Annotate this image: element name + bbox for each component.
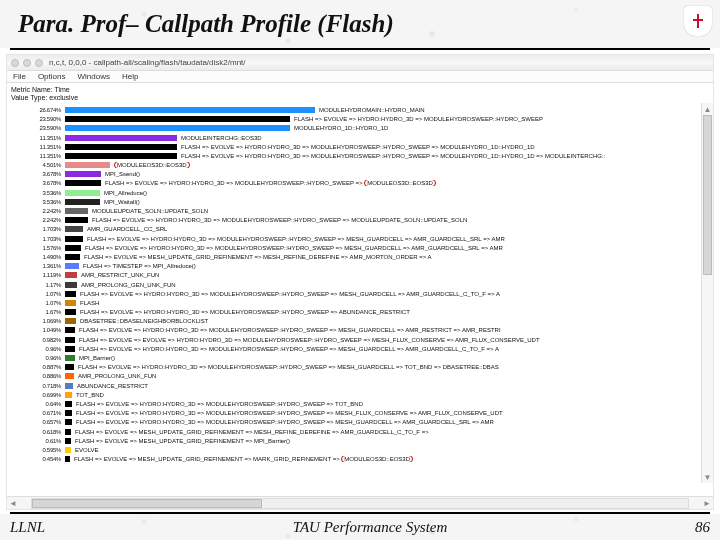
profile-row[interactable]: 3.678%FLASH => EVOLVE => HYDRO:HYDRO_3D … bbox=[11, 179, 709, 188]
menu-file[interactable]: File bbox=[13, 72, 26, 81]
row-percent: 11.351% bbox=[11, 144, 65, 150]
row-bar bbox=[65, 318, 76, 324]
row-percent: 1.361% bbox=[11, 263, 65, 269]
scrollbar-thumb-h[interactable] bbox=[32, 499, 262, 508]
scrollbar-thumb-v[interactable] bbox=[703, 115, 712, 275]
scrollbar-horizontal[interactable]: ◄ ► bbox=[7, 496, 713, 509]
row-bar bbox=[65, 300, 76, 306]
chevron-down-icon[interactable]: ▼ bbox=[702, 471, 713, 483]
row-bar bbox=[65, 364, 74, 370]
row-bar bbox=[65, 309, 76, 315]
profile-row[interactable]: 0.982%FLASH => EVOLVE => EVOLVE => HYDRO… bbox=[11, 335, 709, 344]
profile-row[interactable]: 1.576%FLASH => EVOLVE => HYDRO:HYDRO_3D … bbox=[11, 243, 709, 252]
minimize-icon[interactable] bbox=[23, 59, 31, 67]
menu-help[interactable]: Help bbox=[122, 72, 138, 81]
row-label: FLASH => EVOLVE => HYDRO:HYDRO_3D => MOD… bbox=[85, 245, 503, 251]
profile-row[interactable]: 11.351%FLASH => EVOLVE => HYDRO:HYDRO_3D… bbox=[11, 142, 709, 151]
row-percent: 1.703% bbox=[11, 236, 65, 242]
row-label: TOT_BND bbox=[76, 392, 104, 398]
row-percent: 1.17% bbox=[11, 282, 65, 288]
row-label: MODULEHYDRO_1D::HYDRO_1D bbox=[294, 125, 388, 131]
profile-row[interactable]: 3.536%MPI_Waitall() bbox=[11, 197, 709, 206]
profile-row[interactable]: 0.718%ABUNDANCE_RESTRICT bbox=[11, 381, 709, 390]
row-percent: 0.886% bbox=[11, 373, 65, 379]
row-label: FLASH => EVOLVE => HYDRO:HYDRO_3D => MOD… bbox=[80, 291, 500, 297]
profile-row[interactable]: 0.671%FLASH => EVOLVE => HYDRO:HYDRO_3D … bbox=[11, 409, 709, 418]
profile-row[interactable]: 1.490%FLASH => EVOLVE => MESH_UPDATE_GRI… bbox=[11, 252, 709, 261]
row-label: FLASH => EVOLVE => HYDRO:HYDRO_3D => MOD… bbox=[92, 217, 467, 223]
row-label: FLASH bbox=[80, 300, 99, 306]
profile-row[interactable]: 3.536%MPI_Allreduce() bbox=[11, 188, 709, 197]
row-percent: 0.887% bbox=[11, 364, 65, 370]
profile-row[interactable]: 1.703%FLASH => EVOLVE => HYDRO:HYDRO_3D … bbox=[11, 234, 709, 243]
row-bar bbox=[65, 199, 100, 205]
profile-row[interactable]: 0.699%TOT_BND bbox=[11, 390, 709, 399]
profile-row[interactable]: 4.501%MODULEEOS3D::EOS3D bbox=[11, 161, 709, 170]
profile-row[interactable]: 1.07%FLASH => EVOLVE => HYDRO:HYDRO_3D =… bbox=[11, 289, 709, 298]
row-percent: 26.674% bbox=[11, 107, 65, 113]
chevron-up-icon[interactable]: ▲ bbox=[702, 103, 713, 115]
row-bar bbox=[65, 355, 75, 361]
profile-row[interactable]: 11.351%FLASH => EVOLVE => HYDRO:HYDRO_3D… bbox=[11, 151, 709, 160]
row-bar bbox=[65, 125, 290, 131]
profile-row[interactable]: 1.119%AMR_RESTRICT_UNK_FUN bbox=[11, 271, 709, 280]
scrollbar-vertical[interactable]: ▲ ▼ bbox=[701, 103, 713, 483]
row-percent: 0.618% bbox=[11, 429, 65, 435]
row-bar bbox=[65, 162, 110, 168]
row-label: FLASH => EVOLVE => HYDRO:HYDRO_3D => MOD… bbox=[181, 153, 605, 159]
row-label: MODULEUPDATE_SOLN::UPDATE_SOLN bbox=[92, 208, 208, 214]
menu-windows[interactable]: Windows bbox=[77, 72, 109, 81]
profile-row[interactable]: 1.361%FLASH => TIMESTEP => MPI_Allreduce… bbox=[11, 262, 709, 271]
row-label: ABUNDANCE_RESTRICT bbox=[77, 383, 148, 389]
close-icon[interactable] bbox=[11, 59, 19, 67]
profile-row[interactable]: 1.07%FLASH bbox=[11, 298, 709, 307]
row-label: FLASH => EVOLVE => HYDRO:HYDRO_3D => MOD… bbox=[87, 236, 505, 242]
profile-row[interactable]: 0.61%FLASH => EVOLVE => MESH_UPDATE_GRID… bbox=[11, 436, 709, 445]
profile-row[interactable]: 0.595%EVOLVE bbox=[11, 445, 709, 454]
profile-row[interactable]: 2.242%FLASH => EVOLVE => HYDRO:HYDRO_3D … bbox=[11, 216, 709, 225]
row-bar bbox=[65, 429, 71, 435]
profile-row[interactable]: 0.618%FLASH => EVOLVE => MESH_UPDATE_GRI… bbox=[11, 427, 709, 436]
profile-row[interactable]: 11.351%MODULEINTERCHG::EOS3D bbox=[11, 133, 709, 142]
row-percent: 0.595% bbox=[11, 447, 65, 453]
profile-row[interactable]: 1.069%DBASETREE::DBASELNEIGHBORBLOCKLIST bbox=[11, 317, 709, 326]
profile-row[interactable]: 0.64%FLASH => EVOLVE => HYDRO:HYDRO_3D =… bbox=[11, 399, 709, 408]
row-bar bbox=[65, 190, 100, 196]
row-percent: 4.501% bbox=[11, 162, 65, 168]
row-bar bbox=[65, 180, 101, 186]
profile-row[interactable]: 0.886%AMR_PROLONG_UNK_FUN bbox=[11, 372, 709, 381]
row-percent: 11.351% bbox=[11, 135, 65, 141]
row-bar bbox=[65, 171, 101, 177]
profile-row[interactable]: 23.590%FLASH => EVOLVE => HYDRO:HYDRO_3D… bbox=[11, 115, 709, 124]
row-percent: 0.657% bbox=[11, 419, 65, 425]
profile-row[interactable]: 0.96%FLASH => EVOLVE => HYDRO:HYDRO_3D =… bbox=[11, 344, 709, 353]
profile-row[interactable]: 0.657%FLASH => EVOLVE => HYDRO:HYDRO_3D … bbox=[11, 418, 709, 427]
profile-row[interactable]: 1.049%FLASH => EVOLVE => HYDRO:HYDRO_3D … bbox=[11, 326, 709, 335]
profile-row[interactable]: 23.590%MODULEHYDRO_1D::HYDRO_1D bbox=[11, 124, 709, 133]
row-bar bbox=[65, 456, 70, 462]
zoom-icon[interactable] bbox=[35, 59, 43, 67]
chevron-left-icon[interactable]: ◄ bbox=[7, 497, 19, 509]
profile-row[interactable]: 1.703%AMR_GUARDCELL_CC_SRL bbox=[11, 225, 709, 234]
menu-options[interactable]: Options bbox=[38, 72, 66, 81]
profile-row[interactable]: 0.887%FLASH => EVOLVE => HYDRO:HYDRO_3D … bbox=[11, 363, 709, 372]
profile-row[interactable]: 1.17%AMR_PROLONG_GEN_UNK_FUN bbox=[11, 280, 709, 289]
footer-left: LLNL bbox=[10, 519, 45, 536]
cross-icon bbox=[693, 14, 703, 28]
profile-row[interactable]: 3.678%MPI_Ssend() bbox=[11, 170, 709, 179]
profile-row[interactable]: 0.454%FLASH => EVOLVE => MESH_UPDATE_GRI… bbox=[11, 455, 709, 464]
row-bar bbox=[65, 438, 71, 444]
row-percent: 11.351% bbox=[11, 153, 65, 159]
row-percent: 2.242% bbox=[11, 208, 65, 214]
profile-row[interactable]: 2.242%MODULEUPDATE_SOLN::UPDATE_SOLN bbox=[11, 206, 709, 215]
profile-row[interactable]: 1.67%FLASH => EVOLVE => HYDRO:HYDRO_3D =… bbox=[11, 308, 709, 317]
row-percent: 0.699% bbox=[11, 392, 65, 398]
row-bar bbox=[65, 208, 88, 214]
row-percent: 0.61% bbox=[11, 438, 65, 444]
profile-row[interactable]: 26.674%MODULEHYDROMAIN::HYDRO_MAIN bbox=[11, 105, 709, 114]
profile-row[interactable]: 0.96%MPI_Barrier() bbox=[11, 353, 709, 362]
row-percent: 3.678% bbox=[11, 180, 65, 186]
row-label: FLASH => EVOLVE => HYDRO:HYDRO_3D => MOD… bbox=[76, 410, 503, 416]
chevron-right-icon[interactable]: ► bbox=[701, 497, 713, 509]
row-label: MPI_Allreduce() bbox=[104, 190, 147, 196]
